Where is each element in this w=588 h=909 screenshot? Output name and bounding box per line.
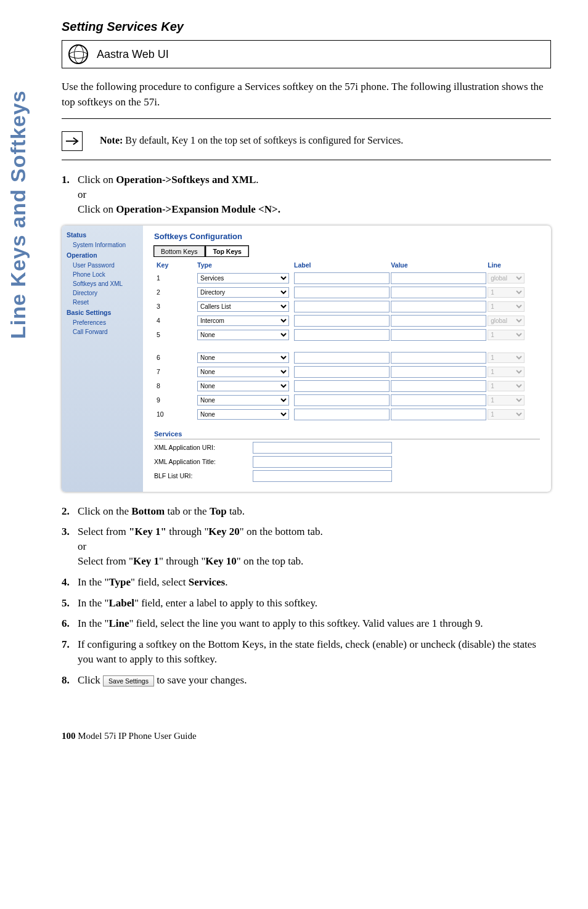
label-input[interactable] xyxy=(294,352,390,364)
blf-label: BLF List URI: xyxy=(154,472,253,479)
key-cell: 4 xyxy=(154,314,195,328)
nav-userpwd[interactable]: User Password xyxy=(62,261,143,270)
text: " on the bottom tab. xyxy=(240,526,323,537)
value-input[interactable] xyxy=(391,287,486,298)
col-key: Key xyxy=(154,259,195,271)
step-3: 3. Select from "Key 1" through "Key 20" … xyxy=(62,524,551,568)
text: or xyxy=(78,540,86,552)
xml-uri-input[interactable] xyxy=(253,442,392,454)
save-settings-button[interactable]: Save Settings xyxy=(103,675,154,687)
key-cell: 5 xyxy=(154,328,195,342)
line-select[interactable]: 1 xyxy=(488,301,525,312)
line-select[interactable]: 1 xyxy=(488,395,525,406)
line-select[interactable]: 1 xyxy=(488,330,525,340)
table-row: 6None1 xyxy=(154,351,540,365)
xml-title-input[interactable] xyxy=(253,456,392,468)
label-input[interactable] xyxy=(294,315,390,327)
type-select[interactable]: Intercom xyxy=(197,316,289,326)
note-text: Note: By default, Key 1 on the top set o… xyxy=(100,131,403,146)
line-select[interactable]: 1 xyxy=(488,287,525,298)
line-select[interactable]: 1 xyxy=(488,353,525,363)
step-2: 2. Click on the Bottom tab or the Top ta… xyxy=(62,504,551,519)
label-input[interactable] xyxy=(294,366,390,378)
nav-operation[interactable]: Operation xyxy=(62,250,143,261)
text: " field, select xyxy=(131,576,189,588)
nav-reset[interactable]: Reset xyxy=(62,298,143,307)
nav-softxml[interactable]: Softkeys and XML xyxy=(62,279,143,288)
value-input[interactable] xyxy=(391,315,486,327)
blf-input[interactable] xyxy=(253,470,392,482)
value-input[interactable] xyxy=(391,366,486,378)
text: tab. xyxy=(227,505,245,517)
value-input[interactable] xyxy=(391,329,486,341)
value-input[interactable] xyxy=(391,272,486,284)
label-input[interactable] xyxy=(294,272,390,284)
type-select[interactable]: None xyxy=(197,330,289,340)
type-select[interactable]: None xyxy=(197,395,289,406)
section-title: Setting Services Key xyxy=(62,20,551,34)
note-label: Note: xyxy=(100,135,123,145)
label-input[interactable] xyxy=(294,301,390,312)
type-select[interactable]: None xyxy=(197,381,289,391)
footer-text: Model 57i IP Phone User Guide xyxy=(76,731,197,741)
services-header: Services xyxy=(154,430,540,439)
key-cell: 1 xyxy=(154,271,195,285)
text: Bottom xyxy=(131,505,165,517)
col-line: Line xyxy=(485,259,540,271)
step-6: 6. In the "Line" field, select the line … xyxy=(62,616,551,631)
text: In the " xyxy=(78,576,108,588)
nav-sysinfo[interactable]: System Information xyxy=(62,240,143,250)
col-type: Type xyxy=(195,259,292,271)
nav-directory[interactable]: Directory xyxy=(62,288,143,298)
text: " field, select the line you want to app… xyxy=(129,618,483,629)
line-select[interactable]: global xyxy=(488,273,525,283)
value-input[interactable] xyxy=(391,352,486,364)
side-tab: Line Keys and Softkeys xyxy=(6,0,36,339)
text: . xyxy=(225,576,227,588)
tab-bottom[interactable]: Bottom Keys xyxy=(154,246,205,256)
line-select[interactable]: 1 xyxy=(488,409,525,420)
nav-status[interactable]: Status xyxy=(62,229,143,240)
type-select[interactable]: None xyxy=(197,353,289,363)
text: " field, enter a label to apply to this … xyxy=(134,597,317,609)
value-input[interactable] xyxy=(391,409,486,420)
text: Click on xyxy=(78,174,116,185)
line-select[interactable]: 1 xyxy=(488,381,525,391)
text: In the " xyxy=(78,618,108,629)
value-input[interactable] xyxy=(391,380,486,392)
nav-prefs[interactable]: Preferences xyxy=(62,318,143,327)
note-body: By default, Key 1 on the top set of soft… xyxy=(123,135,403,145)
divider xyxy=(62,160,551,160)
type-select[interactable]: Callers List xyxy=(197,301,289,312)
label-input[interactable] xyxy=(294,287,390,298)
globe-icon xyxy=(68,44,88,64)
label-input[interactable] xyxy=(294,380,390,392)
nav-phonelock[interactable]: Phone Lock xyxy=(62,270,143,279)
table-row: 2Directory1 xyxy=(154,285,540,300)
table-row: 8None1 xyxy=(154,379,540,393)
text: Click on xyxy=(78,203,116,215)
col-label: Label xyxy=(292,259,388,271)
label-input[interactable] xyxy=(294,409,390,420)
nav-callfwd[interactable]: Call Forward xyxy=(62,327,143,336)
value-input[interactable] xyxy=(391,301,486,312)
type-select[interactable]: None xyxy=(197,409,289,420)
web-ui-bar: Aastra Web UI xyxy=(62,40,551,68)
type-select[interactable]: Services xyxy=(197,273,289,283)
label-input[interactable] xyxy=(294,394,390,406)
intro-text: Use the following procedure to configure… xyxy=(62,79,551,110)
label-input[interactable] xyxy=(294,329,390,341)
nav-basic[interactable]: Basic Settings xyxy=(62,307,143,318)
key-cell: 3 xyxy=(154,300,195,314)
text: Type xyxy=(108,576,131,588)
line-select[interactable]: 1 xyxy=(488,367,525,377)
table-row: 4Intercomglobal xyxy=(154,314,540,328)
line-select[interactable]: global xyxy=(488,316,525,326)
page-number: 100 xyxy=(62,731,76,741)
tab-top[interactable]: Top Keys xyxy=(206,246,248,256)
text: Key 1 xyxy=(133,555,159,567)
type-select[interactable]: None xyxy=(197,367,289,377)
value-input[interactable] xyxy=(391,394,486,406)
xml-uri-label: XML Application URI: xyxy=(154,444,253,451)
type-select[interactable]: Directory xyxy=(197,287,289,298)
